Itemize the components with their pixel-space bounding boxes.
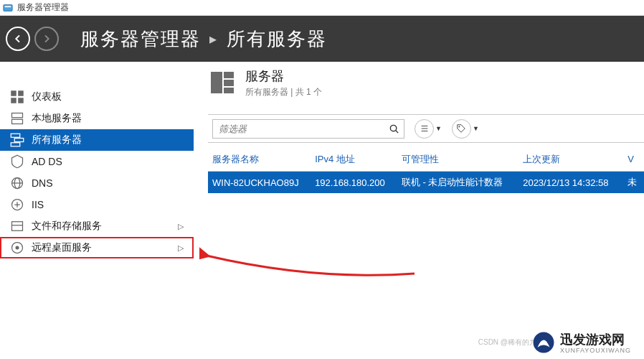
col-header-extra[interactable]: V	[623, 154, 644, 164]
nav-back-button[interactable]	[6, 27, 30, 51]
main-area: 仪表板 本地服务器 所有服务器 AD DS DNS IIS 文件和存储服务 ▷	[0, 62, 644, 359]
breadcrumb-part-1[interactable]: 服务器管理器	[80, 27, 201, 52]
sidebar-item-label: DNS	[32, 177, 53, 189]
all-servers-icon	[10, 133, 24, 147]
grid-header-row: 服务器名称 IPv4 地址 可管理性 上次更新 V	[208, 147, 644, 172]
sidebar-item-iis[interactable]: IIS	[0, 194, 194, 215]
sidebar-item-dashboard[interactable]: 仪表板	[0, 86, 194, 108]
header-bar: 服务器管理器 ▸ 所有服务器	[0, 16, 644, 62]
cell-extra: 未	[623, 176, 644, 189]
sidebar-item-label: IIS	[32, 199, 44, 210]
search-icon[interactable]	[384, 123, 404, 134]
cell-last-update: 2023/12/13 14:32:58	[518, 177, 623, 188]
content-panel: 服务器 所有服务器 | 共 1 个 ▼ ▼	[194, 62, 644, 359]
svg-line-24	[395, 130, 397, 132]
toolbar: ▼ ▼	[208, 114, 644, 143]
svg-rect-2	[11, 90, 16, 96]
sidebar-item-label: 文件和存储服务	[32, 220, 102, 233]
col-header-last-update[interactable]: 上次更新	[518, 153, 623, 166]
window-titlebar: 服务器管理器	[0, 0, 644, 16]
sidebar-item-file-storage[interactable]: 文件和存储服务 ▷	[0, 215, 194, 237]
svg-rect-19	[211, 72, 222, 93]
chevron-right-icon: ▷	[178, 243, 184, 253]
chevron-right-icon: ▷	[178, 222, 184, 231]
col-header-ipv4[interactable]: IPv4 地址	[311, 153, 397, 166]
svg-rect-3	[18, 90, 24, 96]
sidebar-item-all-servers[interactable]: 所有服务器	[0, 129, 194, 151]
sidebar: 仪表板 本地服务器 所有服务器 AD DS DNS IIS 文件和存储服务 ▷	[0, 62, 194, 359]
remote-desktop-icon	[10, 241, 24, 255]
sidebar-item-local-server[interactable]: 本地服务器	[0, 108, 194, 129]
breadcrumb-separator-icon: ▸	[209, 30, 218, 47]
sidebar-item-adds[interactable]: AD DS	[0, 151, 194, 172]
grid-row[interactable]: WIN-82UCKHAO89J 192.168.180.200 联机 - 未启动…	[208, 172, 644, 193]
svg-rect-20	[224, 72, 234, 78]
filter-box	[212, 119, 404, 139]
svg-rect-9	[14, 139, 24, 142]
iis-icon	[10, 197, 24, 212]
filter-input[interactable]	[213, 123, 384, 134]
brand-icon	[531, 330, 556, 355]
watermark-brand: 迅发游戏网	[560, 331, 631, 348]
servers-panel-icon	[208, 67, 238, 98]
sidebar-item-label: 远程桌面服务	[32, 241, 92, 254]
sidebar-item-label: AD DS	[32, 156, 62, 167]
cell-manageability: 联机 - 未启动性能计数器	[397, 176, 518, 189]
servers-grid: 服务器名称 IPv4 地址 可管理性 上次更新 V WIN-82UCKHAO89…	[208, 147, 644, 193]
svg-rect-5	[18, 98, 24, 103]
cell-server-name: WIN-82UCKHAO89J	[208, 177, 311, 188]
svg-rect-6	[12, 113, 23, 118]
list-view-icon	[415, 119, 434, 139]
svg-rect-10	[11, 143, 20, 146]
panel-subtitle: 所有服务器 | 共 1 个	[245, 86, 322, 98]
window-title: 服务器管理器	[17, 1, 69, 14]
tag-icon	[452, 119, 471, 139]
tags-button[interactable]: ▼	[449, 119, 479, 139]
col-header-server-name[interactable]: 服务器名称	[208, 153, 311, 166]
svg-rect-22	[224, 88, 234, 93]
svg-rect-0	[4, 4, 12, 11]
panel-title: 服务器	[245, 67, 322, 85]
sidebar-item-remote-desktop[interactable]: 远程桌面服务 ▷	[0, 237, 194, 258]
panel-header: 服务器 所有服务器 | 共 1 个	[208, 67, 644, 98]
breadcrumb: 服务器管理器 ▸ 所有服务器	[80, 27, 327, 52]
sidebar-item-dns[interactable]: DNS	[0, 172, 194, 194]
svg-rect-15	[12, 222, 23, 231]
local-server-icon	[10, 111, 24, 126]
sidebar-item-label: 仪表板	[32, 90, 62, 103]
view-options-button[interactable]: ▼	[412, 119, 442, 139]
file-storage-icon	[10, 219, 24, 233]
caret-down-icon: ▼	[435, 125, 442, 132]
nav-forward-button[interactable]	[34, 27, 59, 51]
svg-point-18	[16, 246, 19, 250]
breadcrumb-part-2[interactable]: 所有服务器	[227, 27, 327, 52]
svg-rect-1	[5, 6, 11, 7]
svg-rect-7	[12, 119, 23, 123]
dns-icon	[10, 176, 24, 190]
ad-ds-icon	[10, 154, 24, 169]
svg-rect-8	[11, 134, 20, 137]
svg-point-28	[459, 126, 460, 128]
watermark-sub: XUNFAYOUXIWANG	[560, 347, 631, 354]
sidebar-item-label: 所有服务器	[32, 134, 82, 146]
cell-ipv4: 192.168.180.200	[311, 177, 397, 188]
svg-rect-21	[224, 80, 234, 86]
sidebar-item-label: 本地服务器	[32, 112, 82, 125]
dashboard-icon	[10, 90, 24, 104]
caret-down-icon: ▼	[473, 125, 479, 132]
app-icon	[3, 3, 13, 13]
col-header-manageability[interactable]: 可管理性	[397, 153, 518, 166]
svg-point-23	[390, 125, 396, 131]
watermark-logo: 迅发游戏网 XUNFAYOUXIWANG	[531, 330, 631, 355]
svg-rect-4	[11, 98, 16, 103]
